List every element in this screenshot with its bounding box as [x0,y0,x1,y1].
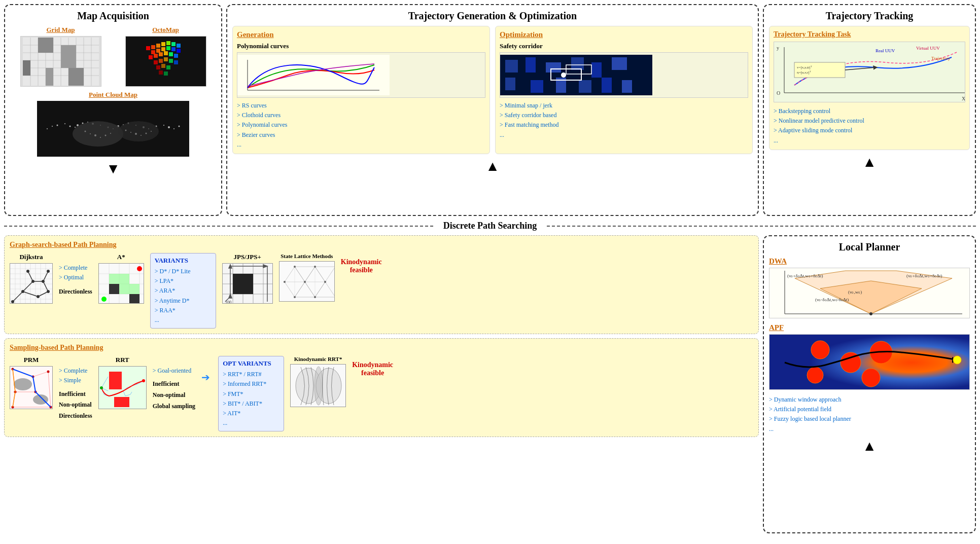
svg-rect-103 [602,78,612,93]
gen-item-4: ... [237,140,485,150]
svg-rect-31 [166,46,170,50]
tracking-task-image: O Xd y Real UUV Virtual UUV Trajectory [774,42,965,102]
svg-text:η=[u,v,r]ᵀ: η=[u,v,r]ᵀ [797,70,811,75]
prm-info: > Complete > Simple Inefficient Non-opti… [59,356,92,421]
svg-rect-15 [38,38,53,53]
rrt-name: RRT [116,356,129,364]
bottom-left-area: Graph-search-based Path Planning Dijkstr… [4,235,759,533]
variant-0: > D* / D* Lite [155,267,212,276]
svg-point-83 [125,130,127,131]
optimization-subtitle: Safety corridor [500,42,748,50]
variants-title: VARIANTS [155,257,212,265]
dwa-label: DWA [769,257,970,266]
state-lattice-block: State Lattice Methods [279,253,335,302]
opt-var-3: > BIT* / ABIT* [223,399,279,409]
sampling-based-title: Sampling-based Path Planning [10,344,753,352]
astar-image [98,263,144,304]
svg-rect-29 [156,49,160,53]
svg-rect-19 [46,68,53,86]
svg-rect-97 [591,62,602,78]
tracking-diagram-svg: O Xd y Real UUV Virtual UUV Trajectory [774,42,965,102]
svg-rect-42 [164,57,168,61]
grid-map-image [20,36,101,87]
svg-text:Trajectory: Trajectory [931,56,951,61]
jps-image: 100 [222,263,273,304]
gen-item-2: > Polynomial curves [237,120,485,130]
svg-point-107 [561,72,566,78]
svg-rect-37 [164,51,168,55]
point-cloud-image [37,101,189,157]
grid-map-label: Grid Map [47,26,75,34]
svg-rect-49 [164,71,168,76]
octomap-label: OctoMap [152,26,179,34]
dijkstra-optimal: > Optimal [59,273,92,282]
svg-rect-18 [68,68,84,86]
svg-rect-100 [531,80,543,93]
svg-rect-35 [154,54,158,58]
rrt-opt-variants-block: OPT VARIANTS > RRT* / RRT# > Informed RR… [218,356,284,431]
dijkstra-complete: > Complete [59,263,92,273]
point-cloud-item: Point Cloud Map [10,91,216,157]
generation-panel: Generation Polynomial curves [232,26,490,154]
prm-simple: > Simple [59,376,92,385]
svg-point-201 [14,378,32,390]
svg-text:(v₀+δ₀Δt,w₀+δ₀Δt): (v₀+δ₀Δt,w₀+δ₀Δt) [787,273,823,278]
generation-image [237,52,485,98]
svg-point-85 [135,133,137,135]
rrt-goal: > Goal-oriented [153,366,195,376]
svg-rect-93 [505,60,518,72]
svg-rect-46 [161,64,165,68]
optimization-items-list: > Minimal snap / jerk > Safety corridor … [500,101,748,140]
opt-var-5: ... [223,418,279,428]
svg-rect-41 [159,59,163,63]
svg-point-51 [47,128,48,129]
svg-rect-39 [174,54,178,58]
rrt-svg [99,367,147,409]
state-lattice-svg [279,262,335,302]
track-item-0: > Backstepping control [774,106,965,116]
dijkstra-name: Dijkstra [19,253,43,261]
astar-block: A* [98,253,144,304]
svg-point-256 [953,356,961,364]
prm-nonoptimal: Non-optimal [59,400,92,411]
local-planner-title: Local Planner [769,241,970,253]
graph-kinodynamic-label: Kinodynamic feasible [341,253,382,274]
variant-2: > ARA* [155,286,212,296]
svg-point-79 [94,134,96,136]
apf-image [769,334,970,390]
svg-text:Real UUV: Real UUV [876,48,895,53]
svg-point-236 [142,379,145,382]
svg-rect-23 [156,44,160,48]
svg-rect-102 [579,80,591,93]
lp-up-arrow: ▲ [769,438,970,454]
variant-4: > RAA* [155,306,212,315]
state-lattice-image [279,261,335,302]
gen-item-0: > RS curves [237,101,485,111]
svg-point-240 [314,367,323,405]
variant-1: > LPA* [155,276,212,286]
opt-item-3: ... [500,130,748,140]
svg-rect-45 [156,65,160,69]
opt-var-0: > RRT* / RRT# [223,370,279,379]
svg-rect-95 [546,62,561,72]
svg-rect-16 [61,45,76,68]
svg-rect-30 [161,47,165,51]
opt-variants-title: OPT VARIANTS [223,359,279,368]
svg-point-54 [64,123,65,124]
svg-point-75 [73,121,123,147]
svg-point-71 [163,125,164,126]
main-container: Map Acquisition Grid Map [0,0,980,544]
svg-point-74 [179,126,180,127]
grid-map-item: Grid Map [10,26,111,87]
prm-svg [10,367,53,409]
octomap-image [125,36,206,87]
svg-point-53 [57,125,58,126]
kinodynamic-rrt-name: Kinodynamic RRT* [294,356,342,362]
svg-point-202 [33,394,48,405]
dwa-image: (v₀+δ₀Δt,w₀+δ₀Δt) (v₀+δ₀Δt,w₀+δ₀Δt) (v₀,… [769,268,970,318]
svg-rect-220 [109,372,122,389]
astar-svg [99,264,144,304]
blue-arrow: ➔ [201,356,212,383]
tracking-task-label: Trajectory Tracking Task [774,30,965,39]
svg-point-195 [314,266,316,268]
